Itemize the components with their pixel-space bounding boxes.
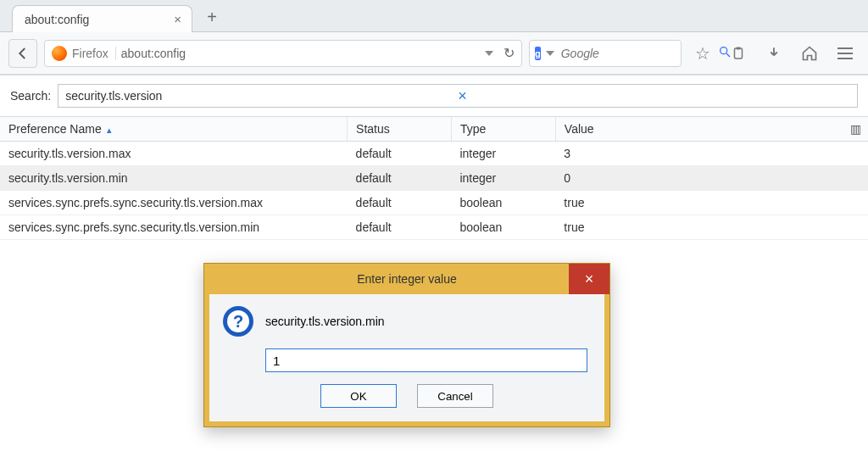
filter-input[interactable]: security.tls.version ×	[58, 84, 858, 108]
filter-label: Search:	[10, 89, 51, 103]
ok-button[interactable]: OK	[320, 384, 397, 408]
cell-status: default	[348, 215, 452, 240]
bookmark-star-icon[interactable]: ☆	[688, 39, 717, 68]
dialog-value-input[interactable]	[265, 348, 587, 372]
dialog-pref-name: security.tls.version.min	[265, 315, 385, 328]
cell-status: default	[348, 191, 452, 215]
cell-type: integer	[451, 142, 555, 166]
home-icon[interactable]	[795, 39, 824, 68]
new-tab-button[interactable]: +	[199, 6, 225, 28]
cell-type: integer	[451, 166, 555, 191]
cell-status: default	[348, 142, 452, 166]
url-bar[interactable]: Firefox about:config ↻	[44, 40, 522, 67]
cell-type: boolean	[451, 215, 555, 240]
url-text: about:config	[121, 47, 480, 60]
integer-prompt-dialog: Enter integer value × ? security.tls.ver…	[203, 263, 610, 427]
firefox-icon	[52, 46, 67, 61]
menu-button[interactable]	[831, 39, 860, 68]
nav-toolbar: Firefox about:config ↻ g ☆	[0, 32, 868, 75]
cell-name: security.tls.version.min	[0, 166, 348, 191]
cell-value: true	[555, 215, 868, 240]
clear-filter-icon[interactable]: ×	[458, 87, 850, 105]
downloads-icon[interactable]	[760, 39, 788, 68]
column-type[interactable]: Type	[451, 117, 555, 142]
table-row[interactable]: services.sync.prefs.sync.security.tls.ve…	[0, 191, 868, 215]
google-icon: g	[535, 47, 541, 60]
clipboard-icon[interactable]	[724, 39, 753, 68]
column-picker-icon[interactable]: ▥	[850, 122, 861, 136]
column-pref-name[interactable]: Preference Name	[0, 117, 348, 142]
svg-rect-2	[735, 48, 743, 59]
cell-name: security.tls.version.max	[0, 142, 348, 166]
dialog-titlebar[interactable]: Enter integer value ×	[204, 264, 609, 294]
column-status[interactable]: Status	[348, 117, 452, 142]
cell-name: services.sync.prefs.sync.security.tls.ve…	[0, 191, 348, 215]
dialog-title: Enter integer value	[357, 272, 457, 286]
search-engine-dropdown-icon[interactable]	[546, 51, 554, 56]
table-row[interactable]: services.sync.prefs.sync.security.tls.ve…	[0, 215, 868, 240]
history-dropdown-icon[interactable]	[485, 51, 493, 56]
filter-value: security.tls.version	[65, 89, 458, 103]
search-box[interactable]: g	[529, 40, 682, 67]
cell-type: boolean	[451, 191, 555, 215]
browser-tab[interactable]: about:config ×	[12, 5, 192, 32]
tab-strip: about:config × +	[0, 0, 868, 32]
arrow-left-icon	[15, 46, 31, 61]
cell-status: default	[348, 166, 452, 191]
cancel-button[interactable]: Cancel	[417, 384, 493, 408]
table-row[interactable]: security.tls.version.maxdefaultinteger3	[0, 142, 868, 166]
tab-title: about:config	[25, 13, 89, 26]
dialog-body: ? security.tls.version.min OK Cancel	[204, 294, 609, 426]
back-button[interactable]	[8, 39, 37, 68]
table-row[interactable]: security.tls.version.mindefaultinteger0	[0, 166, 868, 191]
filter-row: Search: security.tls.version ×	[0, 75, 868, 116]
cell-value: 0	[555, 166, 868, 191]
reload-icon[interactable]: ↻	[504, 45, 515, 61]
identity-label: Firefox	[72, 47, 116, 60]
preferences-table: Preference Name Status Type Value ▥ secu…	[0, 116, 868, 240]
close-tab-icon[interactable]: ×	[174, 12, 181, 26]
dialog-close-button[interactable]: ×	[569, 264, 609, 294]
cell-name: services.sync.prefs.sync.security.tls.ve…	[0, 215, 348, 240]
svg-rect-3	[737, 47, 741, 49]
cell-value: true	[555, 191, 868, 215]
column-value[interactable]: Value ▥	[555, 117, 868, 142]
question-icon: ?	[223, 306, 253, 337]
cell-value: 3	[555, 142, 868, 166]
hamburger-icon	[837, 47, 853, 59]
